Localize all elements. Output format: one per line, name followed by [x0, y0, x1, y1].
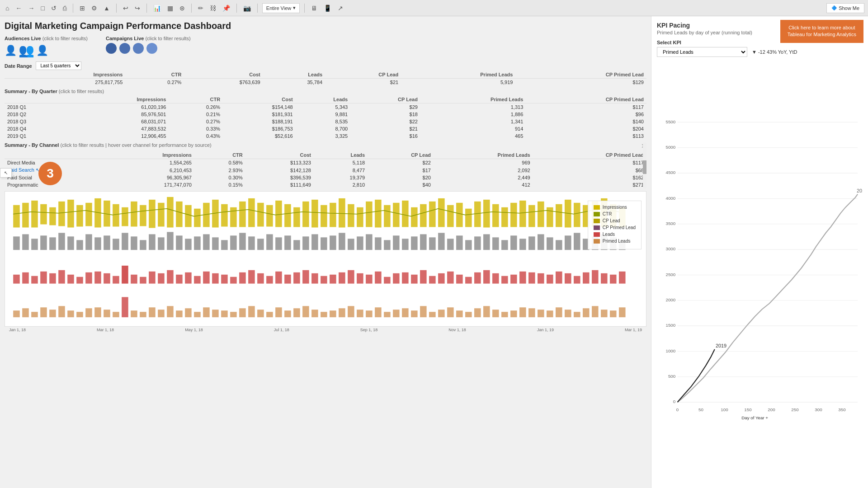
back-icon[interactable]: ← [14, 4, 24, 13]
redo-icon[interactable]: ↪ [133, 4, 142, 13]
svg-rect-79 [113, 239, 119, 250]
svg-rect-192 [519, 272, 526, 284]
svg-rect-54 [501, 207, 508, 227]
campaign-dot-3[interactable] [133, 43, 144, 54]
svg-rect-219 [149, 307, 156, 317]
svg-rect-94 [248, 236, 255, 250]
tablet-icon[interactable]: 📱 [322, 4, 333, 13]
pin-icon[interactable]: 📌 [221, 4, 232, 13]
channel-row[interactable]: Paid Social 96,305,967 0.30% $396,539 19… [5, 174, 646, 181]
kpi-yoy-indicator: ▼ -12 43% YoY, YtD [752, 49, 797, 55]
svg-rect-178 [393, 273, 400, 284]
svg-rect-140 [49, 273, 56, 284]
scroll-indicator[interactable] [643, 142, 646, 188]
quarterly-row[interactable]: 2018 Q1 61,020,196 0.26% $154,148 5,343 … [5, 103, 646, 111]
svg-rect-69 [22, 234, 29, 250]
undo-icon[interactable]: ↩ [121, 4, 130, 13]
totals-section: Date Range Last 5 quarters Impressions C… [5, 61, 646, 86]
svg-rect-266 [574, 312, 580, 317]
forward-icon[interactable]: → [26, 4, 36, 13]
svg-rect-190 [501, 276, 508, 284]
layout-icon[interactable]: ⊞ [78, 4, 87, 13]
audience-icon-1[interactable]: 👤 [5, 45, 17, 56]
svg-rect-103 [330, 235, 336, 250]
share-icon[interactable]: ↗ [336, 4, 345, 13]
legend-color-primedleads [594, 239, 600, 244]
settings-icon[interactable]: ⚙ [90, 4, 99, 13]
quarterly-table: Impressions CTR Cost Leads CP Lead Prime… [5, 96, 646, 140]
svg-rect-139 [40, 272, 47, 284]
svg-rect-175 [366, 275, 373, 284]
svg-rect-49 [456, 203, 463, 227]
date-range-label: Date Range [5, 63, 32, 69]
channel-row[interactable]: Programmatic 171,747,070 0.15% $111,649 … [5, 181, 646, 188]
channel-row[interactable]: Direct Media 1,554,265 0.58% $113,323 5,… [5, 159, 646, 167]
kpi-select[interactable]: Primed Leads [657, 47, 747, 57]
sep4 [191, 4, 192, 13]
svg-rect-109 [384, 240, 391, 250]
svg-rect-46 [429, 202, 436, 227]
scroll-thumb[interactable] [643, 160, 646, 174]
filter-icon[interactable]: ⊛ [178, 4, 187, 13]
campaign-dots[interactable] [106, 43, 191, 54]
audience-icon-2[interactable]: 👥 [19, 43, 34, 58]
svg-rect-269 [601, 310, 608, 317]
svg-rect-28 [266, 205, 273, 227]
quarterly-row[interactable]: 2018 Q2 85,976,501 0.21% $181,931 9,881 … [5, 111, 646, 118]
chart-legend: Impressions CTR CP Lead CP Primed Lead [588, 201, 642, 249]
print-icon[interactable]: ⎙ [61, 4, 68, 13]
svg-rect-201 [601, 273, 608, 284]
show-me-button[interactable]: 🔷 Show Me [826, 3, 864, 13]
svg-rect-156 [194, 276, 201, 284]
campaign-dot-2[interactable] [119, 43, 130, 54]
quarterly-row[interactable]: 2019 Q1 12,906,455 0.43% $52,616 3,325 $… [5, 132, 646, 140]
svg-rect-97 [275, 237, 282, 250]
svg-rect-50 [465, 209, 472, 227]
pen-icon[interactable]: ✏ [196, 4, 205, 13]
svg-rect-164 [266, 276, 273, 284]
home2-icon[interactable]: □ [39, 4, 46, 13]
quarterly-row[interactable]: 2018 Q4 47,883,532 0.33% $186,753 8,700 … [5, 125, 646, 132]
audience-icons[interactable]: 👤 👥 👤 [5, 43, 88, 58]
campaign-dot-4[interactable] [146, 43, 157, 54]
svg-rect-123 [510, 235, 517, 250]
audience-icon-3[interactable]: 👤 [36, 45, 48, 56]
svg-rect-241 [348, 306, 354, 317]
view-mode-dropdown[interactable]: Entire View ▾ [262, 3, 300, 13]
channel-header-row: Summary - By Channel (click to filter re… [5, 142, 646, 150]
svg-rect-17 [167, 197, 174, 228]
svg-rect-34 [321, 205, 327, 227]
quarterly-row[interactable]: 2018 Q3 68,031,071 0.27% $188,191 8,535 … [5, 118, 646, 125]
svg-rect-262 [538, 310, 544, 317]
svg-rect-147 [113, 276, 119, 284]
cta-button[interactable]: Click here to learn more about Tableau f… [780, 20, 863, 43]
home-icon[interactable]: ⌂ [4, 4, 11, 13]
svg-rect-151 [149, 272, 156, 284]
x-axis-title: Day of Year + [741, 415, 768, 420]
link-icon[interactable]: ⛓ [208, 4, 218, 13]
campaign-dot-1[interactable] [106, 43, 117, 54]
svg-rect-12 [122, 207, 128, 226]
total-impressions: 275,817,755 [21, 79, 125, 86]
svg-rect-149 [131, 275, 137, 284]
monitor-icon[interactable]: 🖥 [309, 4, 319, 13]
legend-item-leads: Leads [594, 232, 636, 237]
legend-color-cpprimedlead [594, 225, 600, 230]
svg-rect-169 [311, 273, 318, 284]
col-header-cp-lead: CP Lead [325, 71, 401, 79]
channel-row[interactable]: Paid Search ↖ 6,210,453 2.93% $142,128 8… [5, 166, 646, 174]
svg-rect-145 [94, 272, 101, 284]
svg-rect-172 [339, 272, 345, 284]
bar-icon[interactable]: ▦ [165, 4, 175, 13]
date-range-select[interactable]: Last 5 quarters [36, 61, 81, 70]
svg-rect-85 [167, 232, 174, 250]
svg-rect-171 [330, 275, 336, 284]
svg-rect-197 [565, 273, 571, 284]
svg-rect-154 [176, 275, 183, 284]
svg-rect-181 [420, 270, 427, 284]
refresh-icon[interactable]: ↺ [49, 4, 58, 13]
chart-icon[interactable]: 📊 [151, 4, 163, 13]
highlight-icon[interactable]: ▲ [102, 4, 112, 13]
svg-rect-127 [547, 237, 553, 250]
camera-icon[interactable]: 📷 [241, 4, 253, 13]
